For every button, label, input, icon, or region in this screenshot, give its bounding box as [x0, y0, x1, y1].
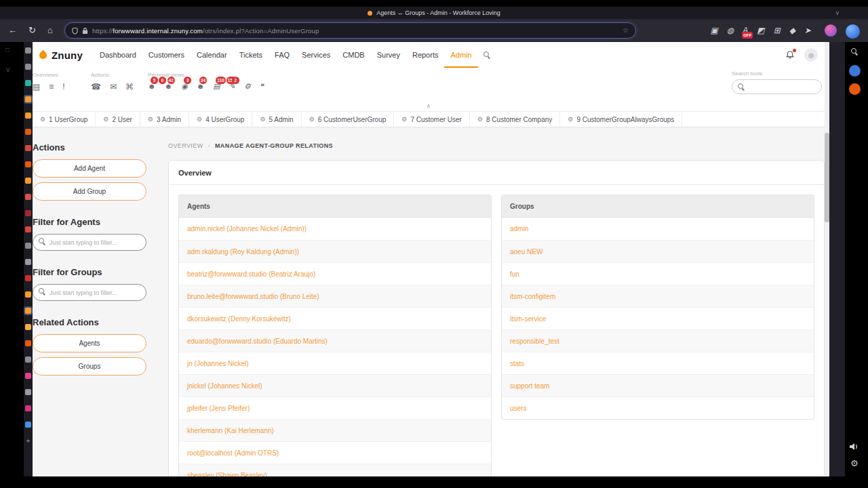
action-icon[interactable]: ☎: [91, 82, 101, 92]
overlay-orange-app-icon[interactable]: [849, 83, 861, 95]
browser-extension-icon[interactable]: ◩: [757, 26, 764, 35]
action-icon[interactable]: ✉: [110, 82, 117, 92]
page-scrollbar-thumb[interactable]: [825, 133, 829, 222]
vertical-tab-favicon[interactable]: [25, 145, 31, 151]
vertical-tab-favicon[interactable]: [25, 324, 31, 330]
vertical-tab-favicon[interactable]: [25, 47, 31, 54]
agent-link[interactable]: dkorsukewitz (Denny Korsukéwitz): [187, 315, 291, 323]
admin-tab[interactable]: ⚙3 Admin: [140, 112, 189, 127]
filter-agents-input[interactable]: [33, 234, 146, 251]
vertical-tab-favicon[interactable]: [25, 389, 31, 395]
admin-tab[interactable]: ⚙1 UserGroup: [33, 112, 96, 127]
vertical-tab-favicon[interactable]: [25, 64, 31, 70]
group-link[interactable]: fun: [510, 270, 519, 278]
nav-item[interactable]: Tickets: [233, 42, 269, 68]
browser-extension-icon[interactable]: ▣: [710, 26, 717, 35]
nav-item[interactable]: Admin: [444, 42, 477, 68]
agent-link[interactable]: jn (Johannes Nickel): [187, 360, 249, 367]
user-avatar[interactable]: ☻: [804, 48, 818, 62]
personal-view-icon[interactable]: ◉3: [181, 82, 188, 91]
vertical-tab-favicon[interactable]: [25, 80, 31, 86]
tab-list-chevron-icon[interactable]: ∨: [835, 9, 840, 16]
sidebar-control-icon[interactable]: □: [5, 46, 10, 54]
browser-extension-icon[interactable]: ◍: [727, 26, 734, 35]
back-icon[interactable]: ←: [8, 19, 17, 42]
group-link[interactable]: itsm-configitem: [510, 293, 555, 300]
vertical-tab-favicon[interactable]: [25, 357, 31, 363]
group-link[interactable]: support team: [510, 382, 549, 390]
group-link[interactable]: users: [510, 405, 526, 412]
url-bar[interactable]: https://forwwward.internal.znuny.com/otr…: [64, 22, 636, 39]
nav-item[interactable]: Calendar: [191, 42, 233, 68]
nav-item[interactable]: Customers: [142, 42, 191, 68]
filter-groups-input[interactable]: [33, 284, 146, 301]
vertical-tab-favicon[interactable]: [25, 275, 31, 281]
agent-link[interactable]: eduardo@forwwward.studio (Eduardo Martin…: [187, 338, 328, 345]
vertical-tab-favicon[interactable]: [25, 194, 31, 200]
browser-extension-icon[interactable]: ➤: [804, 26, 811, 35]
vertical-tab-favicon[interactable]: [25, 340, 31, 346]
add-agent-button[interactable]: Add Agent: [33, 159, 146, 178]
browser-tab[interactable]: Agents ↔ Groups - Admin - Workforce Lovi…: [368, 9, 500, 16]
settings-gear-icon[interactable]: ⚙: [850, 458, 859, 468]
overlay-blue-app-icon[interactable]: [849, 65, 861, 77]
vertical-tab-favicon[interactable]: [25, 291, 31, 298]
breadcrumb-root[interactable]: OVERVIEW: [168, 142, 203, 149]
admin-tab[interactable]: ⚙5 Admin: [252, 112, 301, 127]
group-link[interactable]: responsible_test: [510, 338, 559, 345]
agent-link[interactable]: admin.nickel (Johannes Nickel (Admin)): [187, 225, 307, 232]
agent-link[interactable]: jnickel (Johannes Nickel): [187, 382, 262, 390]
related-groups-button[interactable]: Groups: [33, 357, 146, 375]
overlay-search-icon[interactable]: [851, 48, 859, 56]
nav-item[interactable]: Services: [296, 42, 336, 68]
vertical-tab-favicon[interactable]: [25, 113, 31, 119]
agent-link[interactable]: bruno.leite@forwwward.studio (Bruno Leit…: [187, 293, 319, 300]
vertical-tab-favicon[interactable]: [25, 210, 31, 216]
agent-link[interactable]: adm.rkaldung (Roy Kaldung (Admin)): [187, 248, 299, 256]
vertical-tab-favicon[interactable]: [25, 129, 31, 135]
nav-item[interactable]: CMDB: [336, 42, 370, 68]
admin-tab[interactable]: ⚙2 User: [96, 112, 140, 127]
group-link[interactable]: itsm-service: [510, 315, 546, 323]
group-link[interactable]: admin: [510, 225, 528, 232]
nav-item[interactable]: Survey: [371, 42, 406, 68]
group-link[interactable]: stats: [510, 360, 524, 367]
assistant-bubble-button[interactable]: [846, 24, 860, 39]
reload-icon[interactable]: ↻: [28, 19, 36, 42]
agent-link[interactable]: beatriz@forwwward.studio (Beatriz Araujo…: [187, 270, 315, 278]
nav-item[interactable]: FAQ: [269, 42, 296, 68]
personal-view-icon[interactable]: ▤110155: [213, 82, 220, 91]
personal-view-icon[interactable]: ☻50: [148, 82, 156, 91]
brand-logo[interactable]: Znuny: [52, 49, 83, 61]
vertical-tab-favicon[interactable]: [25, 373, 31, 379]
related-agents-button[interactable]: Agents: [33, 334, 146, 352]
admin-tab[interactable]: ⚙6 CustomerUserGroup: [302, 112, 395, 127]
notifications-bell-icon[interactable]: [785, 50, 795, 60]
browser-extension-icon[interactable]: ◆: [789, 26, 795, 35]
admin-tab[interactable]: ⚙9 CustomerGroupAlwaysGroups: [560, 112, 682, 127]
home-icon[interactable]: ⌂: [47, 19, 53, 42]
action-icon[interactable]: ⌘: [125, 82, 134, 92]
vertical-tab-favicon[interactable]: [25, 308, 31, 314]
vertical-tab-favicon[interactable]: [25, 178, 31, 184]
vertical-tab-favicon[interactable]: [25, 259, 31, 265]
add-group-button[interactable]: Add Group: [33, 182, 146, 201]
tracking-shield-icon[interactable]: [72, 27, 78, 35]
personal-view-icon[interactable]: ⚙: [244, 82, 251, 91]
group-link[interactable]: aoeu NEW: [510, 248, 542, 256]
vertical-tab-favicon[interactable]: [25, 226, 31, 232]
browser-profile-avatar[interactable]: [825, 24, 837, 37]
personal-view-icon[interactable]: ☻42: [165, 82, 173, 91]
admin-tab[interactable]: ⚙7 Customer User: [394, 112, 470, 127]
speaker-icon[interactable]: [849, 443, 859, 451]
overview-icon[interactable]: !: [62, 82, 64, 92]
vertical-tab-favicon[interactable]: [25, 161, 31, 167]
personal-view-icon[interactable]: ✎2: [229, 82, 235, 91]
nav-item[interactable]: Reports: [406, 42, 445, 68]
personal-view-icon[interactable]: ☻34: [197, 82, 205, 91]
agent-link[interactable]: kherlemann (Kai Herlemann): [187, 427, 274, 434]
admin-tab[interactable]: ⚙8 Customer Company: [470, 112, 560, 127]
browser-extension-icon[interactable]: AOFF: [743, 26, 748, 35]
personal-view-icon[interactable]: ❝: [260, 82, 264, 91]
nav-item[interactable]: Dashboard: [94, 42, 142, 68]
